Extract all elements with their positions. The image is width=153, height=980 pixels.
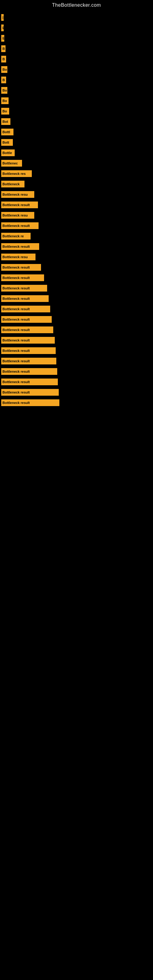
bar-row: Bottl xyxy=(1,129,153,135)
bar-row: Bottleneck result xyxy=(1,337,153,344)
bar-row: B xyxy=(1,76,153,83)
bar-row: Bottleneck resu xyxy=(1,212,153,219)
bar-label: | xyxy=(1,14,4,21)
bar-row: Bottleneck result xyxy=(1,305,153,312)
bar-row: B xyxy=(1,45,153,52)
bar-label: Bott xyxy=(1,139,13,146)
bar-row: Bottleneck result xyxy=(1,399,153,406)
bar-row: Bottleneck result xyxy=(1,368,153,375)
bar-row: Bottlenec xyxy=(1,160,153,167)
bar-row: Bottleneck result xyxy=(1,347,153,354)
bar-row: Bottleneck result xyxy=(1,285,153,291)
bar-label: B xyxy=(1,56,6,62)
bar-row: E xyxy=(1,35,153,41)
bar-label: B xyxy=(1,76,6,83)
bar-label: Bottleneck xyxy=(1,181,24,188)
bar-label: Bottlenec xyxy=(1,160,22,167)
bar-row: Bottleneck re xyxy=(1,233,153,240)
bar-row: Bottleneck result xyxy=(1,264,153,271)
bar-label: Bottl xyxy=(1,129,13,135)
bar-label: Bottleneck result xyxy=(1,389,59,396)
bar-label: Bottleneck result xyxy=(1,337,55,344)
bar-row: E xyxy=(1,24,153,31)
bar-row: Bottleneck resu xyxy=(1,254,153,260)
bar-label: Bottleneck result xyxy=(1,358,56,364)
bar-label: E xyxy=(1,24,4,31)
bar-row: Bottleneck result xyxy=(1,295,153,302)
bar-label: Bottleneck result xyxy=(1,305,50,312)
bar-label: Bot xyxy=(1,118,10,125)
bar-label: Bottleneck resu xyxy=(1,212,34,219)
bar-row: Bo xyxy=(1,87,153,94)
bar-row: Bo xyxy=(1,97,153,104)
bar-row: Bottleneck result xyxy=(1,243,153,250)
bar-label: Bottleneck res xyxy=(1,170,32,177)
bar-row: | xyxy=(1,14,153,21)
bar-label: Bo xyxy=(1,108,9,115)
bar-label: Bottleneck result xyxy=(1,243,39,250)
bar-label: Bottleneck resu xyxy=(1,254,35,260)
bar-label: Bottle xyxy=(1,150,15,156)
bar-row: Bottleneck result xyxy=(1,316,153,323)
bar-row: Bott xyxy=(1,139,153,146)
bar-label: B xyxy=(1,45,5,52)
bar-row: Bo xyxy=(1,108,153,115)
bar-row: Bottleneck result xyxy=(1,326,153,333)
bar-row: Bottleneck result xyxy=(1,202,153,208)
bar-row: Bo xyxy=(1,66,153,73)
bar-label: Bottleneck result xyxy=(1,295,49,302)
bar-label: E xyxy=(1,35,4,41)
bar-chart: |EEBBBoBBoBoBoBotBottlBottBottleBottlene… xyxy=(0,12,153,408)
bar-row: Bottle xyxy=(1,150,153,156)
bar-row: Bottleneck xyxy=(1,181,153,188)
bar-label: Bottleneck result xyxy=(1,347,56,354)
bar-label: Bo xyxy=(1,97,9,104)
bar-row: Bot xyxy=(1,118,153,125)
bar-row: Bottleneck result xyxy=(1,358,153,364)
bar-row: Bottleneck result xyxy=(1,222,153,229)
bar-label: Bottleneck result xyxy=(1,326,53,333)
bar-row: Bottleneck result xyxy=(1,389,153,396)
bar-label: Bo xyxy=(1,66,7,73)
bar-label: Bottleneck result xyxy=(1,368,57,375)
bar-label: Bottleneck result xyxy=(1,264,41,271)
bar-label: Bottleneck result xyxy=(1,379,58,385)
bar-row: Bottleneck result xyxy=(1,379,153,385)
site-title: TheBottlenecker.com xyxy=(0,0,153,9)
bar-label: Bottleneck result xyxy=(1,285,47,291)
bar-label: Bottleneck re xyxy=(1,233,30,240)
bar-label: Bottleneck result xyxy=(1,399,59,406)
bar-row: Bottleneck result xyxy=(1,274,153,281)
bar-label: Bottleneck resu xyxy=(1,191,34,198)
bar-label: Bottleneck result xyxy=(1,316,52,323)
bar-row: Bottleneck resu xyxy=(1,191,153,198)
bar-label: Bo xyxy=(1,87,7,94)
bar-row: Bottleneck res xyxy=(1,170,153,177)
bar-label: Bottleneck result xyxy=(1,274,44,281)
bar-label: Bottleneck result xyxy=(1,222,38,229)
bar-row: B xyxy=(1,56,153,62)
bar-label: Bottleneck result xyxy=(1,202,38,208)
